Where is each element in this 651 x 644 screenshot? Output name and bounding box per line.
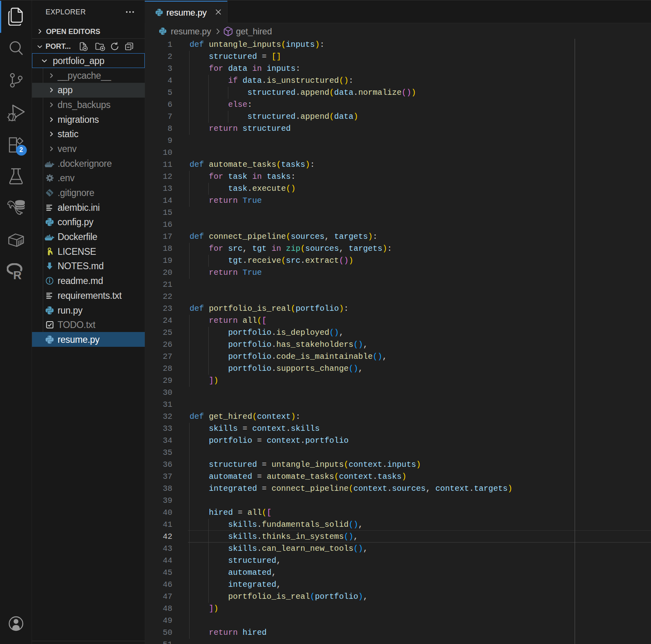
svg-text:R: R bbox=[13, 269, 22, 282]
